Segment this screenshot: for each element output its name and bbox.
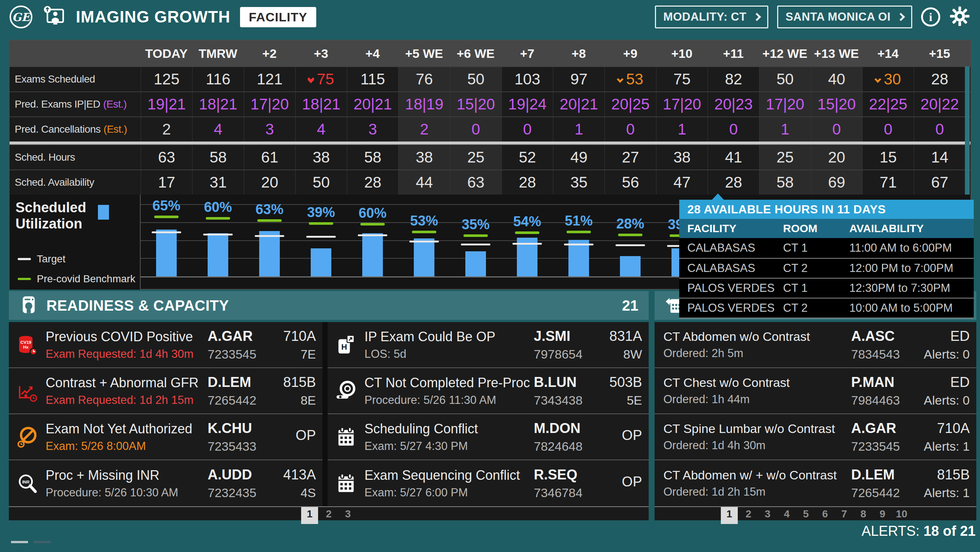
worklist-page-7[interactable]: 7 xyxy=(836,507,853,521)
worklist-page-3[interactable]: 3 xyxy=(759,507,776,521)
column-header-+6-we[interactable]: +6 WE xyxy=(450,46,501,61)
column-header-today[interactable]: TODAY xyxy=(141,46,192,61)
patient-name: R.SEQ xyxy=(534,467,608,483)
worklist-page-2[interactable]: 2 xyxy=(740,507,757,521)
app-header: GE IMAGING GROWTH FACILITY MODALITY: CT … xyxy=(0,0,980,34)
cell-avail-10: 47 xyxy=(656,170,708,195)
worklist-page-10[interactable]: 10 xyxy=(893,507,910,521)
readiness-count-badge: 21 xyxy=(622,297,639,314)
utilization-bar-+5 WE[interactable] xyxy=(414,238,434,276)
modality-selector-button[interactable]: MODALITY: CT xyxy=(655,6,768,29)
card-subtitle: Ordered: 1d 4h 30m xyxy=(663,439,848,452)
column-header-+2[interactable]: +2 xyxy=(244,46,295,61)
card-patient: A.GAR7233545 xyxy=(208,328,281,362)
utilization-bar-+2[interactable] xyxy=(259,231,280,276)
utilization-bar-+9[interactable] xyxy=(620,256,641,276)
utilization-bar-TODAY[interactable] xyxy=(156,230,177,276)
card-patient: J.SMI7978654 xyxy=(534,328,608,362)
cell-exams-5: 76 xyxy=(398,67,450,91)
worklist-page-9[interactable]: 9 xyxy=(874,507,891,521)
worklist-card[interactable]: CT Abdomen w/ + w/o ContrastOrdered: 1d … xyxy=(655,460,976,506)
card-location: EDAlerts: 0 xyxy=(921,374,976,408)
table-row-avail: Sched. Availability173120502844632835564… xyxy=(10,169,970,195)
column-header-+11[interactable]: +11 xyxy=(708,46,759,61)
patient-name: B.LUN xyxy=(534,374,608,390)
info-icon[interactable]: i xyxy=(921,7,940,27)
readiness-card[interactable]: CT Not Completed Pre-ProcProcedure: 5/26… xyxy=(328,368,649,414)
column-header-+5-we[interactable]: +5 WE xyxy=(398,46,450,61)
column-header-+14[interactable]: +14 xyxy=(862,46,914,61)
column-header-+13-we[interactable]: +13 WE xyxy=(811,46,862,61)
worklist-card[interactable]: CT Spine Lumbar w/o ContrastOrdered: 1d … xyxy=(655,414,976,460)
facility-scope-badge[interactable]: FACILITY xyxy=(240,7,316,27)
utilization-bar-+3[interactable] xyxy=(311,248,331,276)
readiness-card[interactable]: INRProc + Missing INRProcedure: 5/26 10:… xyxy=(9,460,323,506)
card-subtitle: Ordered: 1d 2h 15m xyxy=(663,485,848,499)
svg-text:CV19: CV19 xyxy=(21,340,32,345)
card-subtitle: Exam: 5/27 6:00 PM xyxy=(364,486,531,499)
card-patient: R.SEQ7346784 xyxy=(534,467,608,500)
column-header-+7[interactable]: +7 xyxy=(501,46,553,61)
readiness-cards-column-1: CV19HxPrevious COVID PositiveExam Reques… xyxy=(9,322,323,506)
column-header-tmrw[interactable]: TMRW xyxy=(192,46,244,61)
table-scrollbar[interactable] xyxy=(965,66,970,195)
worklist-page-8[interactable]: 8 xyxy=(855,507,872,521)
svg-text:INR: INR xyxy=(22,479,30,484)
location-room: OP xyxy=(281,428,316,443)
readiness-card[interactable]: Exam Sequencing ConflictExam: 5/27 6:00 … xyxy=(328,460,649,506)
readiness-card[interactable]: Scheduling ConflictExam: 5/27 4:30 PMM.D… xyxy=(328,414,649,460)
card-title: CT Abdomen w/ + w/o Contrast xyxy=(663,468,848,482)
target-line xyxy=(152,231,181,233)
cell-exams-15: 28 xyxy=(914,67,965,91)
forecast-header-row: TODAYTMRW+2+3+4+5 WE+6 WE+7+8+9+10+11+12… xyxy=(10,40,970,66)
row-label-exams: Exams Scheduled xyxy=(10,67,141,91)
utilization-bar-TMRW[interactable] xyxy=(208,233,228,276)
target-line xyxy=(306,236,336,238)
patient-id: 7978654 xyxy=(534,347,608,362)
column-header-+15[interactable]: +15 xyxy=(914,46,965,61)
column-header-+10[interactable]: +10 xyxy=(656,46,708,61)
row-separator xyxy=(10,142,970,144)
card-main: IP Exam Could Be OPLOS: 5d xyxy=(364,329,534,361)
readiness-card[interactable]: CV19HxPrevious COVID PositiveExam Reques… xyxy=(9,322,323,368)
worklist-page-6[interactable]: 6 xyxy=(816,507,834,521)
carousel-indicator-active[interactable] xyxy=(11,541,28,543)
tooltip-col-availability: AVAILABILITY xyxy=(849,222,974,235)
worklist-page-4[interactable]: 4 xyxy=(778,507,795,521)
location-room: 413A xyxy=(281,467,316,483)
worklist-card[interactable]: CT Chest w/o ContrastOrdered: 1h 44mP.MA… xyxy=(655,368,976,414)
readiness-card[interactable]: Exam Not Yet AuthorizedExam: 5/26 8:00AM… xyxy=(9,414,323,460)
utilization-bar-+6 WE[interactable] xyxy=(465,251,486,276)
cell-pred_canc-10: 1 xyxy=(656,117,708,142)
readiness-card[interactable]: Contrast + Abnormal GFRExam Requested: 1… xyxy=(9,368,323,414)
column-header-+4[interactable]: +4 xyxy=(347,46,398,61)
worklist-page-1[interactable]: 1 xyxy=(721,507,738,524)
worklist-card[interactable]: CT Abdomen w/o ContrastOrdered: 2h 5mA.A… xyxy=(655,322,976,368)
readiness-page-2[interactable]: 2 xyxy=(320,507,337,521)
card-patient: P.MAN7984463 xyxy=(851,374,921,408)
facility-selector-button[interactable]: SANTA MONICA OI xyxy=(777,6,912,29)
cell-pred_canc-15: 0 xyxy=(914,117,965,142)
readiness-page-3[interactable]: 3 xyxy=(339,507,356,521)
gear-icon[interactable] xyxy=(949,6,970,29)
readiness-cards-panel: CV19HxPrevious COVID PositiveExam Reques… xyxy=(9,322,649,506)
readiness-page-1[interactable]: 1 xyxy=(301,507,318,524)
card-main: CT Not Completed Pre-ProcProcedure: 5/26… xyxy=(364,375,534,407)
column-header-+9[interactable]: +9 xyxy=(605,46,656,61)
carousel-indicator[interactable] xyxy=(34,541,51,543)
readiness-pagination: 123 xyxy=(9,506,649,520)
column-header-+3[interactable]: +3 xyxy=(295,46,347,61)
alerts-label: ALERTS: xyxy=(861,523,920,539)
card-patient: A.ASC7834543 xyxy=(851,328,921,362)
cell-pred_canc-12: 1 xyxy=(759,117,811,142)
readiness-card[interactable]: HIP Exam Could Be OPLOS: 5dJ.SMI79786548… xyxy=(328,322,649,368)
cell-pred_canc-2: 3 xyxy=(244,117,295,142)
worklist-page-5[interactable]: 5 xyxy=(797,507,815,521)
cell-exams-13: 40 xyxy=(811,67,862,91)
utilization-bar-+4[interactable] xyxy=(362,233,383,276)
card-patient: D.LEM7265442 xyxy=(851,467,921,500)
location-detail: 8E xyxy=(281,393,316,408)
target-line xyxy=(616,244,645,246)
column-header-+8[interactable]: +8 xyxy=(553,46,605,61)
column-header-+12-we[interactable]: +12 WE xyxy=(759,46,811,61)
